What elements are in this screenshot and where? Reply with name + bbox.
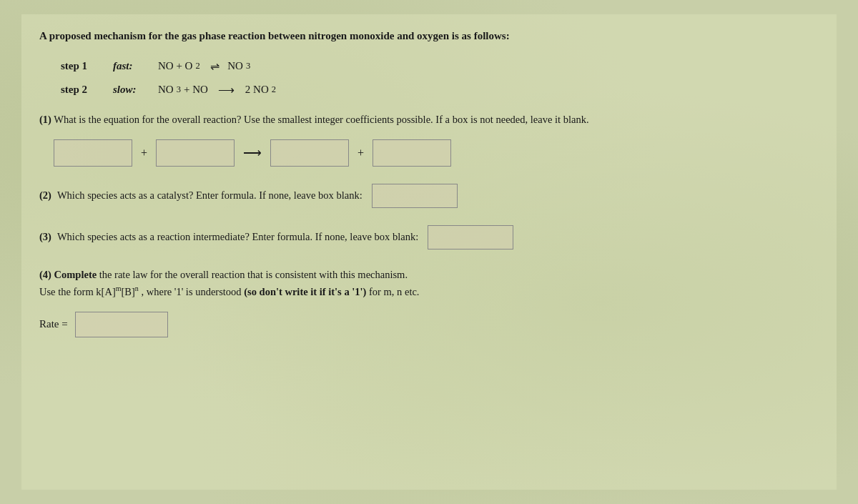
question-2-body: Which species acts as a catalyst? Enter … [57,188,363,204]
question-3-text: (3) Which species acts as a reaction int… [39,225,819,249]
equation-input-row: + ⟶ + [39,139,819,167]
question-4-text: (4) Complete the rate law for the overal… [39,267,819,300]
step-2-speed: slow: [113,84,145,96]
catalyst-input[interactable] [372,184,458,208]
question-2-text: (2) Which species acts as a catalyst? En… [39,184,819,208]
overall-eq-input-1[interactable] [54,139,132,167]
overall-eq-input-3[interactable] [270,139,349,167]
question-1-text: (1) What is the equation for the overall… [39,112,819,128]
question-2-section: (2) Which species acts as a catalyst? En… [39,184,819,208]
question-4-number: (4) [39,269,51,280]
plus-operator-1: + [141,147,147,159]
overall-eq-input-2[interactable] [156,139,235,167]
step-1-row: step 1 fast: NO + O2 ⇌ NO3 [61,59,819,73]
question-4-complete: Complete [54,269,97,280]
question-3-number: (3) [39,229,51,245]
rate-input[interactable] [75,312,168,337]
rate-row: Rate = [39,312,819,337]
mechanism-section: step 1 fast: NO + O2 ⇌ NO3 step 2 slow: … [39,59,819,97]
overall-eq-input-4[interactable] [373,139,451,167]
main-content: A proposed mechanism for the gas phase r… [21,14,837,490]
rate-label: Rate = [39,318,68,330]
intermediate-input[interactable] [428,225,513,249]
step-2-row: step 2 slow: NO3 + NO ⟶ 2 NO2 [61,83,819,97]
question-4-line2: Use the form k[A]m[B]n , where '1' is un… [39,286,420,297]
plus-operator-2: + [358,147,364,159]
question-4-body-1: the rate law for the overall reaction th… [97,269,408,280]
reaction-arrow: ⟶ [243,145,262,161]
step-1-label: step 1 [61,60,100,72]
question-3-body: Which species acts as a reaction interme… [57,229,418,245]
step-2-label: step 2 [61,84,100,96]
question-2-number: (2) [39,188,51,204]
question-4-bold: (so don't write it if it's a '1') [244,286,366,297]
question-3-section: (3) Which species acts as a reaction int… [39,225,819,249]
question-1-body: What is the equation for the overall rea… [54,114,588,125]
question-1-number: (1) [39,114,51,125]
step-1-equation: NO + O2 ⇌ NO3 [158,59,250,73]
forward-arrow-2: ⟶ [218,83,235,97]
equilibrium-arrow-1: ⇌ [210,59,220,73]
step-1-speed: fast: [113,60,145,72]
question-1-section: (1) What is the equation for the overall… [39,112,819,167]
intro-text: A proposed mechanism for the gas phase r… [39,29,819,44]
step-2-equation: NO3 + NO ⟶ 2 NO2 [158,83,276,97]
question-4-section: (4) Complete the rate law for the overal… [39,267,819,337]
